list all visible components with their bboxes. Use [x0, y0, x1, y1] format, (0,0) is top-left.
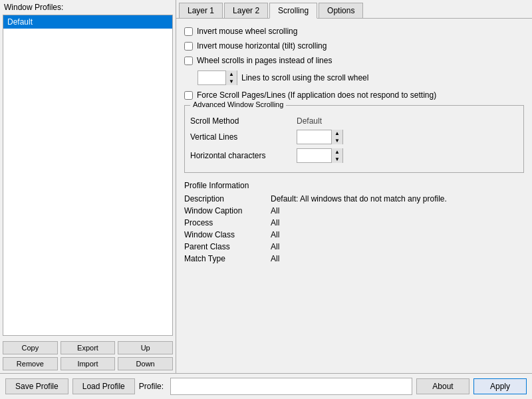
- tab-content-scrolling: Invert mouse wheel scrolling Invert mous…: [176, 19, 532, 373]
- save-profile-button[interactable]: Save Profile: [5, 378, 68, 394]
- vertical-lines-spinner: 1 ▲ ▼: [297, 130, 343, 144]
- bottom-bar: Save Profile Load Profile Profile: About…: [0, 373, 532, 399]
- copy-button[interactable]: Copy: [3, 341, 58, 354]
- profiles-list: Default: [3, 15, 173, 336]
- info-val-description: Default: All windows that do not match a…: [271, 194, 447, 203]
- vertical-spinner-buttons: ▲ ▼: [331, 130, 342, 144]
- profile-info-section: Profile Information Description Default:…: [184, 181, 524, 263]
- advanced-title: Advanced Window Scrolling: [190, 100, 286, 108]
- info-row-parent-class: Parent Class All: [184, 242, 524, 251]
- info-val-window-caption: All: [271, 206, 279, 215]
- tabs-bar: Layer 1 Layer 2 Scrolling Options: [176, 0, 532, 19]
- adv-label-vertical-lines: Vertical Lines: [190, 132, 297, 142]
- force-scroll-checkbox[interactable]: [184, 91, 193, 100]
- adv-label-horizontal-chars: Horizontal characters: [190, 151, 297, 160]
- info-key-match-type: Match Type: [184, 254, 271, 263]
- lines-to-scroll-row: 3 ▲ ▼ Lines to scroll using the scroll w…: [198, 70, 524, 85]
- force-scroll-label: Force Scroll Pages/Lines (If application…: [197, 90, 436, 100]
- vertical-lines-input[interactable]: 1: [297, 132, 331, 142]
- right-panel: Layer 1 Layer 2 Scrolling Options Invert…: [176, 0, 532, 373]
- horizontal-spinner-buttons: ▲ ▼: [331, 148, 342, 163]
- up-button[interactable]: Up: [118, 341, 173, 354]
- horizontal-up-btn[interactable]: ▲: [332, 148, 342, 156]
- adv-label-scroll-method: Scroll Method: [190, 116, 297, 126]
- info-row-match-type: Match Type All: [184, 254, 524, 263]
- lines-spinner: 3 ▲ ▼: [198, 70, 237, 85]
- info-table: Description Default: All windows that do…: [184, 194, 524, 263]
- info-row-window-caption: Window Caption All: [184, 206, 524, 215]
- lines-up-btn[interactable]: ▲: [226, 70, 237, 78]
- invert-horizontal-checkbox[interactable]: [184, 42, 193, 51]
- advanced-section: Advanced Window Scrolling Scroll Method …: [184, 105, 524, 173]
- lines-spinner-buttons: ▲ ▼: [225, 70, 237, 85]
- left-panel-title: Window Profiles:: [0, 0, 176, 15]
- info-val-match-type: All: [271, 254, 279, 263]
- tab-layer1[interactable]: Layer 1: [179, 3, 223, 18]
- profile-info-title: Profile Information: [184, 181, 524, 190]
- invert-horizontal-label: Invert mouse horizontal (tilt) scrolling: [197, 41, 327, 51]
- horizontal-chars-spinner: 1 ▲ ▼: [297, 148, 343, 163]
- left-panel: Window Profiles: Default Copy Export Up …: [0, 0, 176, 373]
- info-key-description: Description: [184, 194, 271, 203]
- info-key-window-caption: Window Caption: [184, 206, 271, 215]
- wheel-pages-label: Wheel scrolls in pages instead of lines: [197, 56, 332, 65]
- info-key-parent-class: Parent Class: [184, 242, 271, 251]
- adv-row-horizontal-chars: Horizontal characters 1 ▲ ▼: [190, 148, 518, 163]
- lines-label: Lines to scroll using the scroll wheel: [241, 73, 368, 82]
- down-button[interactable]: Down: [118, 357, 173, 370]
- invert-wheel-label: Invert mouse wheel scrolling: [197, 27, 297, 36]
- horizontal-chars-input[interactable]: 1: [297, 151, 331, 160]
- import-button[interactable]: Import: [61, 357, 116, 370]
- info-row-process: Process All: [184, 218, 524, 227]
- invert-wheel-checkbox[interactable]: [184, 27, 193, 36]
- wheel-pages-checkbox[interactable]: [184, 57, 193, 65]
- tab-scrolling[interactable]: Scrolling: [269, 3, 317, 19]
- invert-wheel-row: Invert mouse wheel scrolling: [184, 27, 524, 36]
- info-val-process: All: [271, 218, 279, 227]
- lines-down-btn[interactable]: ▼: [226, 78, 237, 85]
- info-key-process: Process: [184, 218, 271, 227]
- lines-input[interactable]: 3: [198, 73, 225, 82]
- tab-options[interactable]: Options: [319, 3, 363, 18]
- adv-row-scroll-method: Scroll Method Default: [190, 116, 518, 126]
- info-row-description: Description Default: All windows that do…: [184, 194, 524, 203]
- left-buttons-grid: Copy Export Up Remove Import Down: [0, 338, 176, 373]
- info-row-window-class: Window Class All: [184, 230, 524, 239]
- adv-row-vertical-lines: Vertical Lines 1 ▲ ▼: [190, 130, 518, 144]
- advanced-table: Scroll Method Default Vertical Lines 1 ▲…: [190, 116, 518, 163]
- tab-layer2[interactable]: Layer 2: [224, 3, 268, 18]
- profile-item-default[interactable]: Default: [3, 15, 172, 29]
- horizontal-down-btn[interactable]: ▼: [332, 156, 342, 163]
- info-val-parent-class: All: [271, 242, 279, 251]
- invert-horizontal-row: Invert mouse horizontal (tilt) scrolling: [184, 41, 524, 51]
- remove-button[interactable]: Remove: [3, 357, 58, 370]
- profile-label: Profile:: [139, 382, 164, 391]
- profile-field[interactable]: [170, 378, 412, 395]
- force-scroll-row: Force Scroll Pages/Lines (If application…: [184, 90, 524, 100]
- load-profile-button[interactable]: Load Profile: [72, 378, 135, 394]
- info-key-window-class: Window Class: [184, 230, 271, 239]
- wheel-pages-row: Wheel scrolls in pages instead of lines: [184, 56, 524, 65]
- export-button[interactable]: Export: [61, 341, 116, 354]
- adv-value-scroll-method: Default: [297, 116, 322, 126]
- vertical-down-btn[interactable]: ▼: [332, 137, 342, 144]
- about-button[interactable]: About: [416, 378, 469, 394]
- info-val-window-class: All: [271, 230, 279, 239]
- apply-button[interactable]: Apply: [473, 378, 527, 394]
- vertical-up-btn[interactable]: ▲: [332, 130, 342, 137]
